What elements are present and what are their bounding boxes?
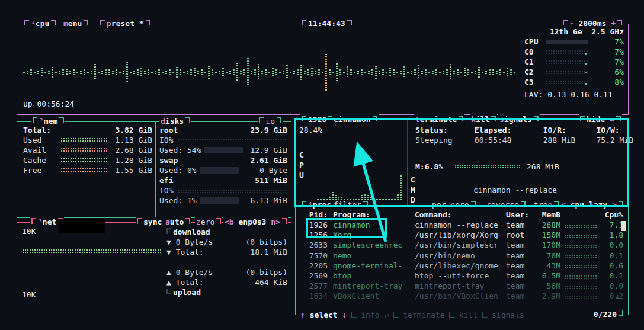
footer-signals-button[interactable]: signals <box>492 310 524 320</box>
sort-prev-button[interactable]: < <box>561 200 566 210</box>
proc-footer: ↑ select ↓ info ↵ terminate kill signals <box>300 310 524 320</box>
core-label: C2 <box>524 67 546 77</box>
menu-hotkey: m <box>63 18 68 28</box>
corner-icon <box>100 20 105 25</box>
core-graph <box>546 70 588 75</box>
sort-direction-icon[interactable]: ↑ <box>616 209 620 219</box>
enter-arrow-icon: ↵ <box>610 114 614 124</box>
download-total: 18.1 MiB <box>204 247 287 257</box>
mem-row-label: Used <box>23 135 57 145</box>
cmd-vertical-label: C <box>411 175 415 185</box>
table-row[interactable]: 2205 gnome-terminal- /usr/libexec/gnome … <box>298 261 626 271</box>
table-row[interactable]: 1256 Xorg /usr/lib/xorg/Xorg root 150M 1… <box>298 230 626 240</box>
process-pid: 7570 <box>298 251 328 261</box>
download-label: download <box>173 227 210 237</box>
process-mem: 70M <box>533 251 560 261</box>
select-down-icon[interactable]: ↓ <box>342 310 347 320</box>
mem-row-value: 2.68 GiB <box>110 145 152 155</box>
mem-free-meter <box>60 168 107 173</box>
process-table: Pid: Program: Command: User: MemB Cpu% 1… <box>298 209 626 302</box>
process-pid: 1926 <box>298 220 328 230</box>
preset-button[interactable]: preset * <box>99 18 152 28</box>
upload-total: 464 KiB <box>204 277 287 287</box>
process-cpu: 0.1 <box>602 271 623 281</box>
zero-button[interactable]: zero <box>195 217 222 227</box>
table-row[interactable]: 2569 btop btop --utf-force team 6.5M 0.1 <box>298 271 626 281</box>
disk-used-label: Used: 1% <box>159 196 197 206</box>
table-row[interactable]: 2633 simplescreenrec /usr/bin/simplescr … <box>298 240 626 250</box>
process-cpu-graph <box>564 264 598 269</box>
corner-icon <box>347 20 352 25</box>
terminate-button[interactable]: terminate <box>414 114 464 124</box>
cpu-side-panel: 12th Ge 2.5 GHz CPU 7% C0 7% C1 7% C2 6%… <box>524 27 624 87</box>
table-row[interactable]: 1926 cinnamon cinnamon --replace team 26… <box>298 220 626 230</box>
hide-button[interactable]: hide ↵ <box>579 114 622 124</box>
io-mode-button[interactable]: io <box>258 116 283 126</box>
corner-icon <box>393 312 399 318</box>
disk-name: swap <box>159 155 178 165</box>
stat-value: Sleeping <box>415 135 470 145</box>
process-command: /usr/lib/xorg/Xorg <box>415 230 506 240</box>
process-command: /usr/bin/simplescr <box>415 240 506 250</box>
iface-next-button[interactable]: n> <box>271 217 280 227</box>
sort-label: cpu lazy <box>571 200 608 210</box>
col-program[interactable]: Program: <box>333 210 415 220</box>
corner-icon <box>282 218 287 224</box>
scroll-down-icon[interactable]: ↓ <box>616 291 620 302</box>
sort-next-button[interactable]: > <box>612 200 617 210</box>
corner-icon <box>185 117 190 123</box>
terminate-label: erminate <box>420 114 457 124</box>
tree-button[interactable]: tree <box>533 200 560 210</box>
auto-hotkey: a <box>165 217 170 227</box>
footer-terminate-button[interactable]: terminate <box>403 310 444 320</box>
mem-total-label: Total: <box>23 125 51 135</box>
interval-decrease-button[interactable]: - <box>569 18 574 28</box>
detail-mem-percent: M:6.8% <box>415 162 443 172</box>
stat-value: 75.2 MiB <box>596 135 635 145</box>
per-core-button[interactable]: per-core <box>431 200 477 210</box>
signals-button[interactable]: signals <box>498 114 540 124</box>
corner-icon <box>619 201 623 207</box>
reverse-button[interactable]: reverse <box>485 200 527 210</box>
filter-button[interactable]: filter <box>332 200 369 210</box>
process-program: Xorg <box>333 230 415 240</box>
net-box-label: net <box>43 217 56 227</box>
select-up-icon[interactable]: ↑ <box>300 310 305 320</box>
process-pid: 2633 <box>298 240 328 250</box>
col-command[interactable]: Command: <box>415 210 506 220</box>
core-label: C1 <box>524 57 546 67</box>
sort-selector[interactable]: < cpu lazy > <box>560 200 624 210</box>
detail-name-tab: cinnamon <box>332 114 379 124</box>
process-cpu-graph <box>564 275 598 280</box>
kill-button[interactable]: kill <box>470 114 497 124</box>
cpu-row-label: CPU <box>524 37 546 47</box>
corner-icon <box>302 20 306 25</box>
footer-kill-button[interactable]: kill <box>459 310 478 320</box>
col-mem[interactable]: MemB <box>533 210 560 220</box>
menu-button[interactable]: menu <box>62 18 89 28</box>
process-mem: 43M <box>533 261 560 271</box>
mem-used-meter <box>60 137 107 143</box>
table-row[interactable]: 1634 VBoxClient /usr/bin/VBoxClien team … <box>298 291 626 301</box>
corner-icon <box>59 117 64 123</box>
col-user[interactable]: User: <box>506 210 533 220</box>
upload-speed: 0 Byte/s <box>176 267 213 277</box>
interval-increase-button[interactable]: + <box>611 18 616 28</box>
process-cpu: 0.0 <box>602 240 623 250</box>
table-row[interactable]: 7570 nemo /usr/bin/nemo team 70M 0.1 <box>298 251 626 261</box>
mem-row-label: Cache <box>23 155 57 165</box>
process-pid: 1634 <box>298 291 328 301</box>
menu-label: enu <box>68 18 82 28</box>
process-scrollbar[interactable] <box>621 221 626 231</box>
auto-button[interactable]: auto <box>164 217 191 227</box>
iface-prev-button[interactable]: <b <box>225 217 234 227</box>
up-arrow-icon: ▲ <box>166 277 171 287</box>
corner-icon <box>302 116 306 121</box>
corner-icon <box>459 116 463 121</box>
table-row[interactable]: 2577 mintreport-tray mintreport-tray tea… <box>298 281 626 291</box>
mem-box-label: mem <box>44 116 57 126</box>
info-button[interactable]: info ↵ <box>361 310 389 320</box>
interface-switcher[interactable]: <b enp0s3 n> <box>223 217 288 227</box>
col-pid[interactable]: Pid: <box>298 210 328 220</box>
process-program: cinnamon <box>333 220 415 230</box>
